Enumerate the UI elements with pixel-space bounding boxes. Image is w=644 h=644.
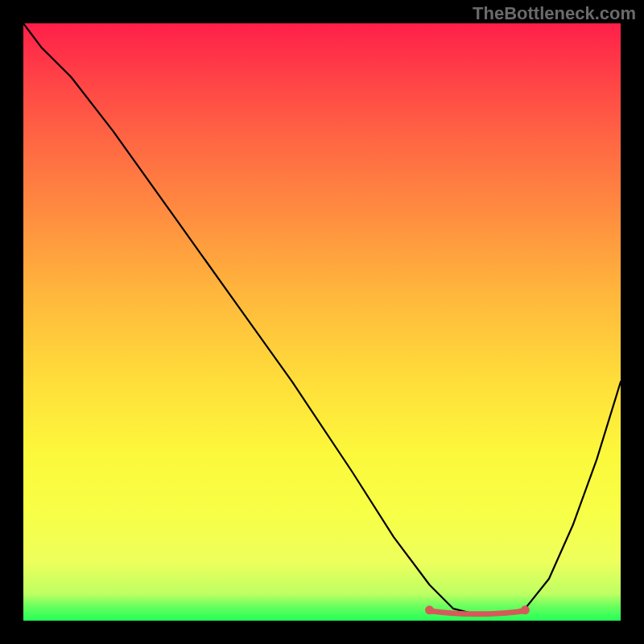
plot-area: [23, 23, 621, 621]
bottleneck-curve: [23, 23, 621, 615]
chart-container: TheBottleneck.com: [0, 0, 644, 644]
flat-segment-right-dot: [521, 605, 530, 614]
watermark-text: TheBottleneck.com: [473, 3, 636, 24]
flat-segment-left-dot: [425, 605, 434, 614]
flat-segment-highlight: [430, 611, 526, 614]
chart-svg: [23, 23, 621, 621]
